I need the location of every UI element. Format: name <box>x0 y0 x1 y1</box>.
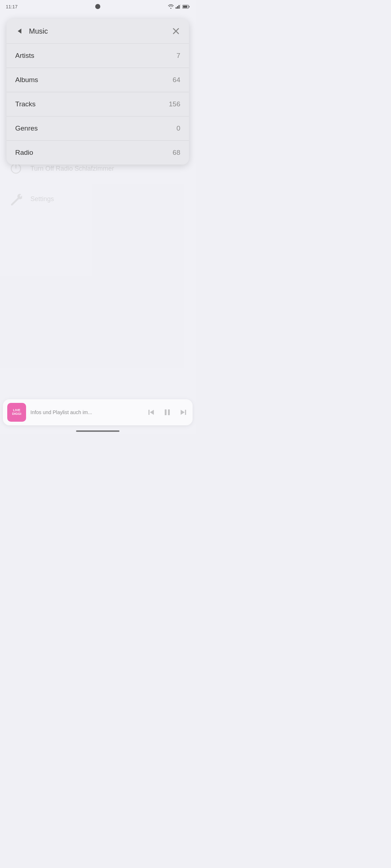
albums-label: Albums <box>15 76 38 84</box>
next-button[interactable] <box>178 407 188 417</box>
card-title: Music <box>25 27 170 35</box>
menu-item-radio[interactable]: Radio 68 <box>7 141 189 165</box>
radio-count: 68 <box>173 149 180 157</box>
svg-rect-1 <box>177 6 178 9</box>
settings-label: Settings <box>30 195 54 203</box>
svg-rect-5 <box>189 6 190 7</box>
close-icon <box>173 28 179 34</box>
svg-marker-15 <box>181 410 185 415</box>
pause-icon <box>163 408 171 416</box>
svg-rect-12 <box>148 410 150 415</box>
pause-button[interactable] <box>162 407 172 417</box>
nav-item-settings[interactable]: Settings <box>0 184 196 214</box>
menu-item-artists[interactable]: Artists 7 <box>7 44 189 68</box>
tracks-count: 156 <box>169 100 180 108</box>
svg-rect-14 <box>168 409 170 415</box>
signal-icon <box>176 4 181 9</box>
artists-count: 7 <box>176 52 180 60</box>
radio-off-label: Turn Off Radio Schlafzimmer <box>30 165 114 173</box>
genres-count: 0 <box>176 124 180 132</box>
svg-rect-2 <box>178 5 180 9</box>
genres-label: Genres <box>15 124 38 132</box>
status-time: 11:17 <box>6 4 18 9</box>
svg-rect-3 <box>180 4 181 9</box>
battery-icon <box>182 5 190 9</box>
albums-count: 64 <box>173 76 180 84</box>
menu-item-genres[interactable]: Genres 0 <box>7 116 189 141</box>
now-playing-info: Infos und Playlist auch im... <box>30 409 142 416</box>
dropdown-card: Music Artists 7 Albums 64 Tracks 156 Gen… <box>7 19 189 165</box>
svg-rect-6 <box>183 5 188 8</box>
wifi-icon <box>168 4 174 9</box>
svg-rect-0 <box>176 7 177 9</box>
card-header: Music <box>7 19 189 44</box>
close-button[interactable] <box>170 25 182 37</box>
prev-button[interactable] <box>146 407 156 417</box>
now-playing-thumbnail: LIVE DIGGI <box>7 403 26 422</box>
svg-marker-11 <box>150 410 154 415</box>
menu-item-tracks[interactable]: Tracks 156 <box>7 92 189 116</box>
tracks-label: Tracks <box>15 100 35 108</box>
thumb-logo: LIVE DIGGI <box>12 409 21 416</box>
camera-notch <box>95 4 100 9</box>
wrench-icon <box>9 192 23 206</box>
now-playing-text: Infos und Playlist auch im... <box>30 409 92 415</box>
prev-icon <box>147 408 155 416</box>
next-icon <box>179 408 187 416</box>
artists-label: Artists <box>15 52 34 60</box>
now-playing-controls <box>146 407 188 417</box>
home-indicator <box>76 430 119 432</box>
now-playing-bar[interactable]: LIVE DIGGI Infos und Playlist auch im... <box>3 399 193 425</box>
status-icons <box>168 4 190 9</box>
radio-label: Radio <box>15 149 33 157</box>
back-arrow-icon <box>18 29 21 34</box>
svg-rect-13 <box>165 409 167 415</box>
back-button[interactable] <box>14 25 25 37</box>
camera-dot <box>95 4 100 9</box>
status-bar: 11:17 <box>0 0 196 13</box>
svg-rect-16 <box>185 410 186 415</box>
menu-item-albums[interactable]: Albums 64 <box>7 68 189 92</box>
